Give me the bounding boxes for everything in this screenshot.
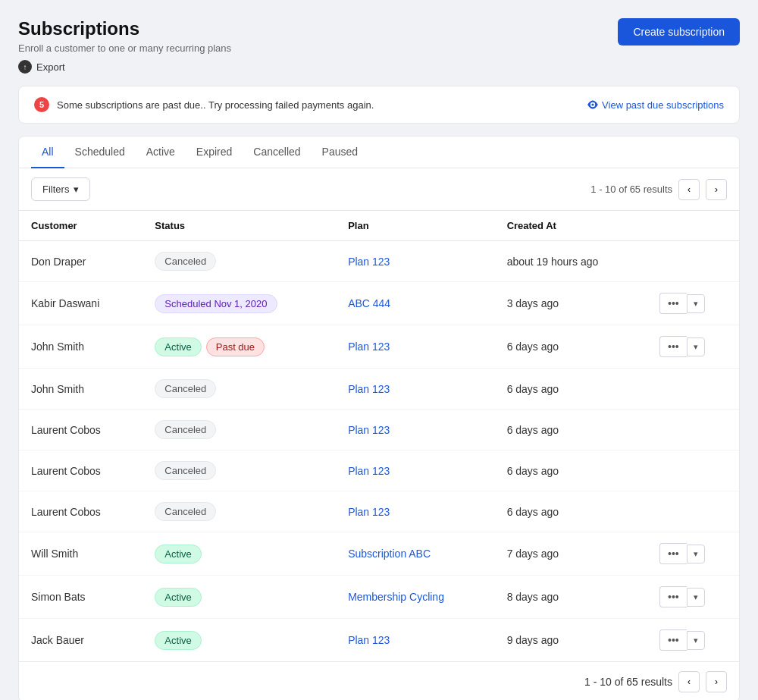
status-cell: Scheduled Nov 1, 2020: [143, 282, 336, 325]
customer-cell: Jack Bauer: [19, 619, 143, 662]
plan-link[interactable]: Subscription ABC: [348, 548, 431, 560]
plan-link[interactable]: ABC 444: [348, 297, 390, 309]
filters-button[interactable]: Filters ▾: [31, 177, 90, 201]
customer-cell: Laurent Cobos: [19, 410, 143, 450]
action-menu-arrow-button[interactable]: ▾: [687, 294, 705, 313]
toolbar: Filters ▾ 1 - 10 of 65 results ‹ ›: [19, 168, 739, 211]
actions-cell: [647, 491, 739, 532]
customer-cell: John Smith: [19, 369, 143, 410]
actions-cell: [647, 241, 739, 282]
actions-cell: •••▾: [647, 576, 739, 619]
tab-paused[interactable]: Paused: [312, 137, 368, 168]
action-menu-dots-button[interactable]: •••: [659, 336, 687, 357]
created-at-cell: 3 days ago: [495, 282, 647, 325]
filters-chevron-icon: ▾: [74, 184, 79, 195]
customer-cell: Laurent Cobos: [19, 450, 143, 491]
customer-cell: Simon Bats: [19, 576, 143, 619]
eye-icon: [587, 99, 599, 111]
plan-cell[interactable]: Plan 123: [336, 410, 495, 450]
customer-cell: Don Draper: [19, 241, 143, 282]
actions-cell: •••▾: [647, 619, 739, 662]
page-subtitle: Enroll a customer to one or many recurri…: [18, 42, 231, 54]
plan-cell[interactable]: ABC 444: [336, 282, 495, 325]
tab-scheduled[interactable]: Scheduled: [64, 137, 136, 168]
view-past-due-link[interactable]: View past due subscriptions: [587, 99, 724, 111]
action-menu-arrow-button[interactable]: ▾: [687, 631, 705, 650]
action-menu-arrow-button[interactable]: ▾: [687, 588, 705, 607]
tab-active[interactable]: Active: [136, 137, 186, 168]
action-menu-arrow-button[interactable]: ▾: [687, 545, 705, 563]
action-menu-dots-button[interactable]: •••: [659, 293, 687, 314]
plan-cell[interactable]: Membership Cycling: [336, 576, 495, 619]
export-button[interactable]: ↑ Export: [18, 60, 65, 74]
export-icon: ↑: [18, 60, 32, 74]
create-subscription-button[interactable]: Create subscription: [618, 18, 740, 46]
plan-link[interactable]: Plan 123: [348, 341, 390, 353]
plan-link[interactable]: Plan 123: [348, 424, 390, 436]
status-cell: Canceled: [143, 369, 336, 410]
plan-link[interactable]: Plan 123: [348, 506, 390, 518]
view-past-due-label: View past due subscriptions: [602, 99, 724, 111]
page-container: Subscriptions Enroll a customer to one o…: [18, 18, 740, 700]
plan-link[interactable]: Plan 123: [348, 634, 390, 646]
status-badge: Canceled: [155, 461, 216, 480]
created-at-cell: 6 days ago: [495, 325, 647, 369]
bottom-next-page-button[interactable]: ›: [706, 671, 727, 692]
status-badge: Canceled: [155, 252, 216, 271]
plan-link[interactable]: Plan 123: [348, 383, 390, 395]
status-badge: Active: [155, 588, 201, 607]
plan-cell[interactable]: Plan 123: [336, 369, 495, 410]
plan-cell[interactable]: Plan 123: [336, 325, 495, 369]
prev-page-button[interactable]: ‹: [678, 179, 700, 200]
plan-cell[interactable]: Plan 123: [336, 241, 495, 282]
customer-cell: Kabir Daswani: [19, 282, 143, 325]
created-at-cell: 8 days ago: [495, 576, 647, 619]
actions-cell: [647, 410, 739, 450]
plan-cell[interactable]: Plan 123: [336, 619, 495, 662]
action-menu-dots-button[interactable]: •••: [659, 543, 687, 564]
table-row: Laurent CobosCanceledPlan 1236 days ago: [19, 450, 739, 491]
status-badge: Scheduled Nov 1, 2020: [155, 294, 277, 313]
action-menu-dots-button[interactable]: •••: [659, 586, 687, 607]
pagination-bottom-text: 1 - 10 of 65 results: [584, 676, 672, 688]
filters-label: Filters: [42, 184, 69, 195]
actions-cell: [647, 369, 739, 410]
status-cell: Active: [143, 619, 336, 662]
tab-expired[interactable]: Expired: [186, 137, 243, 168]
plan-cell[interactable]: Plan 123: [336, 450, 495, 491]
created-at-cell: 7 days ago: [495, 532, 647, 576]
plan-cell[interactable]: Plan 123: [336, 491, 495, 532]
actions-cell: •••▾: [647, 282, 739, 325]
plan-cell[interactable]: Subscription ABC: [336, 532, 495, 576]
customer-cell: Laurent Cobos: [19, 491, 143, 532]
table-row: John SmithActivePast duePlan 1236 days a…: [19, 325, 739, 369]
past-due-badge: Past due: [206, 337, 265, 356]
table-row: Laurent CobosCanceledPlan 1236 days ago: [19, 491, 739, 532]
plan-link[interactable]: Membership Cycling: [348, 591, 444, 603]
header-left: Subscriptions Enroll a customer to one o…: [18, 18, 231, 74]
status-badge: Active: [155, 631, 201, 650]
status-cell: ActivePast due: [143, 325, 336, 369]
next-page-button[interactable]: ›: [706, 179, 727, 200]
actions-cell: •••▾: [647, 325, 739, 369]
bottom-prev-page-button[interactable]: ‹: [678, 671, 700, 692]
tab-all[interactable]: All: [31, 137, 64, 168]
status-cell: Active: [143, 576, 336, 619]
tabs-container: All Scheduled Active Expired Cancelled P…: [19, 137, 739, 168]
plan-link[interactable]: Plan 123: [348, 465, 390, 477]
action-menu-arrow-button[interactable]: ▾: [687, 337, 705, 356]
actions-cell: •••▾: [647, 532, 739, 576]
status-badge: Active: [155, 337, 201, 356]
plan-link[interactable]: Plan 123: [348, 256, 390, 268]
bottom-toolbar: 1 - 10 of 65 results ‹ ›: [19, 661, 739, 700]
main-card: All Scheduled Active Expired Cancelled P…: [18, 136, 740, 700]
tab-cancelled[interactable]: Cancelled: [243, 137, 311, 168]
table-row: Jack BauerActivePlan 1239 days ago•••▾: [19, 619, 739, 662]
status-badge: Active: [155, 545, 201, 563]
table-row: Will SmithActiveSubscription ABC7 days a…: [19, 532, 739, 576]
created-at-cell: 6 days ago: [495, 369, 647, 410]
col-created-at: Created At: [495, 211, 647, 241]
alert-count-badge: 5: [34, 97, 49, 112]
col-actions: [647, 211, 739, 241]
action-menu-dots-button[interactable]: •••: [659, 629, 687, 651]
